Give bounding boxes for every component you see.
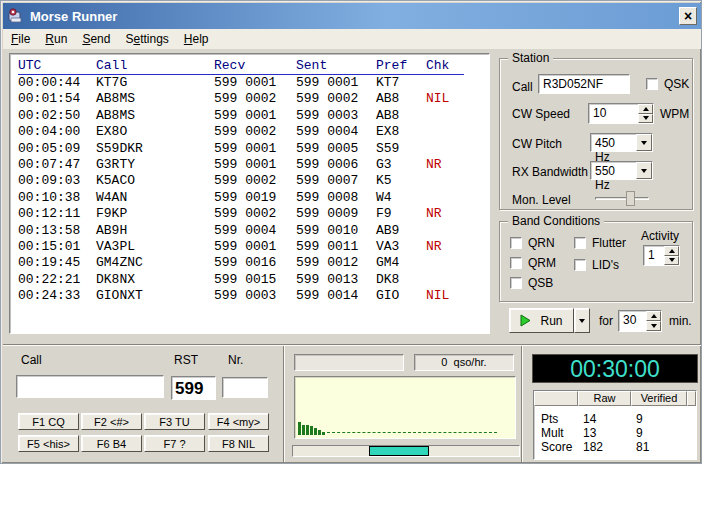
log-header: UTCCallRecvSentPrefChk <box>18 58 464 75</box>
log-cell: 00:13:58 <box>18 223 96 239</box>
fkey-f5-button[interactable]: F5 <his> <box>18 435 79 452</box>
fkey-f1-button[interactable]: F1 CQ <box>18 413 79 430</box>
checkbox-qsb[interactable]: QSB <box>510 276 553 290</box>
activity-spinner[interactable]: 1 <box>643 245 680 266</box>
score-table-header: RawVerified <box>534 391 696 406</box>
log-cell: 00:22:21 <box>18 272 96 288</box>
qsk-label: QSK <box>664 77 689 91</box>
log-cell: VA3PL <box>96 239 214 255</box>
cw-speed-spinner[interactable]: 10 <box>588 103 654 124</box>
log-cell: 00:09:03 <box>18 173 96 189</box>
log-cell: 599 0003 <box>296 108 376 124</box>
activity-value[interactable]: 1 <box>644 246 664 265</box>
cw-speed-down-button[interactable] <box>638 114 653 124</box>
for-label: for <box>599 314 613 328</box>
menu-item-help[interactable]: Help <box>176 29 216 46</box>
log-cell: W4 <box>376 190 426 206</box>
cw-pitch-select[interactable]: 450 Hz <box>590 133 653 152</box>
qsk-checkbox[interactable]: QSK <box>646 77 689 91</box>
fkey-f3-button[interactable]: F3 TU <box>144 413 205 430</box>
duration-down-button[interactable] <box>646 321 661 331</box>
checkbox-box[interactable] <box>510 237 522 249</box>
log-cell: 599 0002 <box>214 91 296 107</box>
menu-item-settings[interactable]: Settings <box>117 29 175 46</box>
log-row: 00:09:03K5ACO599 0002599 0007K5 <box>10 173 489 189</box>
fkey-f6-button[interactable]: F6 B4 <box>81 435 142 452</box>
score-cell: Mult <box>534 426 578 440</box>
checkbox-flutter[interactable]: Flutter <box>574 236 626 250</box>
run-dropdown-button[interactable] <box>574 308 590 333</box>
checkbox-box[interactable] <box>574 237 586 249</box>
qsk-checkbox-box[interactable] <box>646 78 658 90</box>
log-row: 00:15:01VA3PL599 0001599 0011VA3NR <box>10 239 489 255</box>
log-cell: GM4ZNC <box>96 255 214 271</box>
log-cell: AB9H <box>96 223 214 239</box>
rx-bandwidth-label: RX Bandwidth <box>512 165 588 179</box>
log-cell: 599 0002 <box>214 124 296 140</box>
chk-cell: NR <box>426 206 466 222</box>
log-col-call: Call <box>96 58 214 73</box>
score-col-raw: Raw <box>578 391 631 406</box>
fkey-f8-button[interactable]: F8 NIL <box>208 435 269 452</box>
chk-cell <box>426 223 466 239</box>
log-cell: 599 0010 <box>296 223 376 239</box>
duration-value[interactable]: 30 <box>619 311 646 331</box>
checkbox-box[interactable] <box>574 259 586 271</box>
cw-pitch-dropdown-button[interactable] <box>636 134 652 151</box>
titlebar[interactable]: Morse Runner × <box>3 3 701 29</box>
duration-up-button[interactable] <box>646 311 661 321</box>
rx-bandwidth-dropdown-button[interactable] <box>636 162 652 179</box>
score-cell: 81 <box>631 440 687 454</box>
checkbox-qrm[interactable]: QRM <box>510 256 556 270</box>
run-button[interactable]: Run <box>509 308 574 333</box>
log-cell: 599 0001 <box>214 75 296 91</box>
fkey-f2-button[interactable]: F2 <#> <box>81 413 142 430</box>
log-cell: 00:12:11 <box>18 206 96 222</box>
activity-up-button[interactable] <box>664 246 679 256</box>
cw-pitch-label: CW Pitch <box>512 137 562 151</box>
app-icon <box>8 8 24 24</box>
log-cell: EX8O <box>96 124 214 140</box>
log-cell: AB8 <box>376 91 426 107</box>
fkey-f4-button[interactable]: F4 <my> <box>208 413 269 430</box>
log-row: 00:02:50AB8MS599 0001599 0003AB8 <box>10 108 489 124</box>
rate-bar <box>302 425 305 435</box>
station-call-input[interactable]: R3D052NF <box>538 74 630 94</box>
rate-bar <box>306 425 309 435</box>
log-cell: EX8 <box>376 124 426 140</box>
checkbox-label: QSB <box>528 276 553 290</box>
cw-speed-up-button[interactable] <box>638 104 653 114</box>
rate-baseline <box>327 432 497 433</box>
wpm-label: WPM <box>660 107 689 121</box>
log-cell: 00:19:45 <box>18 255 96 271</box>
activity-down-button[interactable] <box>664 256 679 266</box>
log-cell: 00:15:01 <box>18 239 96 255</box>
log-cell: 599 0001 <box>214 108 296 124</box>
log-cell: 599 0002 <box>214 173 296 189</box>
menu-item-run[interactable]: Run <box>37 29 74 46</box>
cw-speed-value[interactable]: 10 <box>589 104 638 123</box>
duration-spinner[interactable]: 30 <box>618 310 662 332</box>
close-button[interactable]: × <box>679 7 697 25</box>
score-col-blank <box>687 391 696 406</box>
rate-bar <box>318 430 321 435</box>
min-label: min. <box>669 314 692 328</box>
chevron-down-icon <box>579 319 585 323</box>
rx-bandwidth-select[interactable]: 550 Hz <box>590 161 653 180</box>
checkbox-lids[interactable]: LID's <box>574 258 619 272</box>
checkbox-box[interactable] <box>510 277 522 289</box>
menu-item-send[interactable]: Send <box>74 29 117 46</box>
menu-item-file[interactable]: File <box>3 29 37 46</box>
log-cell: 599 0015 <box>214 272 296 288</box>
log-cell: 599 0003 <box>214 288 296 304</box>
checkbox-box[interactable] <box>510 257 522 269</box>
checkbox-qrn[interactable]: QRN <box>510 236 555 250</box>
checkbox-label: LID's <box>592 258 619 272</box>
log-cell: 599 0002 <box>214 206 296 222</box>
log-cell: 599 0007 <box>296 173 376 189</box>
fkey-f7-button[interactable]: F7 ? <box>144 435 205 452</box>
score-table: RawVerified Pts149Mult139Score18281 <box>533 390 697 460</box>
rate-graph <box>294 376 516 439</box>
qso-log-panel[interactable]: UTCCallRecvSentPrefChk 00:00:44KT7G599 0… <box>9 53 490 334</box>
log-cell: AB8MS <box>96 108 214 124</box>
